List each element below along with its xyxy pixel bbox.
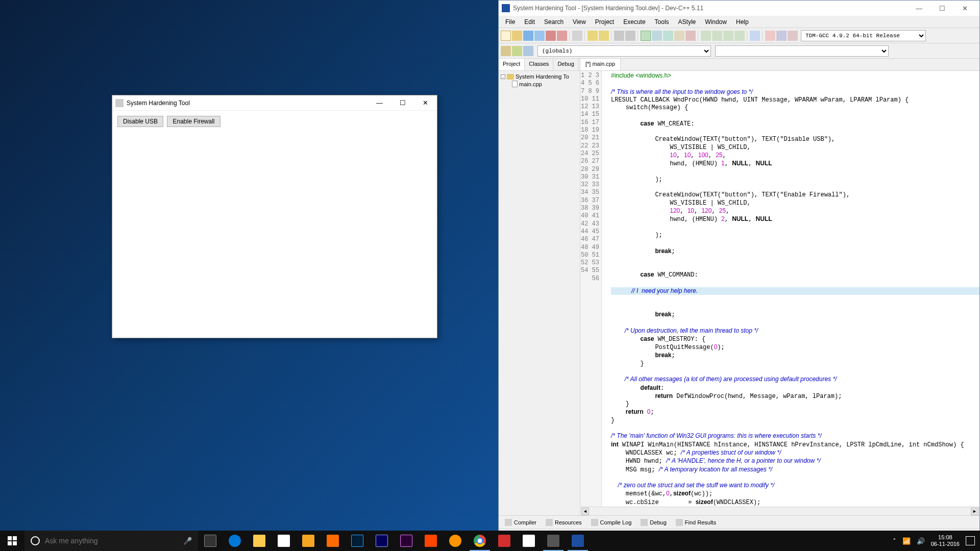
tab-compiler[interactable]: Compiler bbox=[501, 517, 541, 528]
enable-firewall-button[interactable]: Enable Firewall bbox=[167, 116, 220, 127]
tab-project[interactable]: Project bbox=[499, 59, 525, 70]
running-app-icon[interactable] bbox=[541, 531, 566, 551]
clock[interactable]: 15:08 06-11-2016 bbox=[931, 534, 960, 547]
tab-find-results[interactable]: Find Results bbox=[672, 517, 720, 528]
grid-icon[interactable] bbox=[701, 31, 711, 41]
menu-tools[interactable]: Tools bbox=[650, 17, 674, 27]
goto-icon[interactable] bbox=[501, 46, 511, 56]
compile-run-icon[interactable] bbox=[663, 31, 673, 41]
photoshop-icon[interactable] bbox=[345, 531, 370, 551]
search-box[interactable]: 🎤 bbox=[24, 531, 198, 551]
compile-icon[interactable] bbox=[641, 31, 651, 41]
tab-resources[interactable]: Resources bbox=[542, 517, 586, 528]
compiler-select[interactable]: TDM-GCC 4.9.2 64-bit Release bbox=[801, 30, 926, 41]
close-icon[interactable] bbox=[546, 31, 556, 41]
app-icon[interactable] bbox=[321, 531, 345, 551]
globals-select[interactable]: (globals) bbox=[537, 45, 711, 57]
chrome-icon[interactable] bbox=[468, 531, 492, 551]
menu-astyle[interactable]: AStyle bbox=[674, 17, 701, 27]
new-icon[interactable] bbox=[501, 31, 511, 41]
goto-icon[interactable] bbox=[512, 46, 522, 56]
task-view-button[interactable] bbox=[198, 531, 223, 551]
tray-chevron-icon[interactable]: ˄ bbox=[893, 537, 896, 545]
tab-debug[interactable]: Debug bbox=[553, 59, 578, 70]
replace-icon[interactable] bbox=[625, 31, 635, 41]
code-text[interactable]: #include <windows.h> /* This is where al… bbox=[609, 71, 979, 507]
stop-icon[interactable] bbox=[788, 31, 798, 41]
ide-minimize-button[interactable]: — bbox=[908, 1, 930, 15]
volume-icon[interactable]: 🔊 bbox=[917, 537, 925, 545]
ccleaner-icon[interactable] bbox=[492, 531, 517, 551]
ide-toolbar-2: (globals) bbox=[499, 43, 979, 59]
tab-classes[interactable]: Classes bbox=[525, 59, 553, 70]
find-icon[interactable] bbox=[614, 31, 624, 41]
scroll-right-icon[interactable]: ► bbox=[971, 508, 978, 515]
start-button[interactable] bbox=[0, 531, 24, 551]
app-icon[interactable] bbox=[443, 531, 468, 551]
taskbar-apps bbox=[198, 531, 590, 551]
notifications-icon[interactable] bbox=[966, 536, 975, 545]
file-explorer-icon[interactable] bbox=[247, 531, 272, 551]
menu-window[interactable]: Window bbox=[700, 17, 731, 27]
close-button[interactable]: ✕ bbox=[414, 95, 437, 110]
save-icon[interactable] bbox=[523, 31, 533, 41]
ide-titlebar[interactable]: System Hardening Tool - [System Hardenin… bbox=[499, 1, 979, 16]
menu-help[interactable]: Help bbox=[731, 17, 753, 27]
search-input[interactable] bbox=[45, 537, 178, 545]
tab-compile-log[interactable]: Compile Log bbox=[587, 517, 636, 528]
horizontal-scrollbar[interactable]: ◄ ► bbox=[580, 507, 979, 515]
ide-close-button[interactable]: ✕ bbox=[953, 1, 976, 15]
menu-project[interactable]: Project bbox=[591, 17, 619, 27]
code-area[interactable]: 1 2 3 4 5 6 7 8 9 10 11 12 13 14 15 16 1… bbox=[580, 71, 979, 507]
save-all-icon[interactable] bbox=[534, 31, 545, 41]
collapse-icon[interactable]: - bbox=[501, 74, 505, 79]
app-icon[interactable] bbox=[296, 531, 321, 551]
grid-icon[interactable] bbox=[712, 31, 722, 41]
clock-date: 06-11-2016 bbox=[931, 541, 960, 547]
devcpp-taskbar-icon[interactable] bbox=[566, 531, 590, 551]
check-icon[interactable] bbox=[750, 31, 760, 41]
folder-icon bbox=[507, 74, 514, 80]
profile-icon[interactable] bbox=[776, 31, 787, 41]
menu-edit[interactable]: Edit bbox=[520, 17, 540, 27]
tree-root[interactable]: - System Hardening To bbox=[501, 73, 578, 80]
mail-icon[interactable] bbox=[517, 531, 541, 551]
grid-icon[interactable] bbox=[723, 31, 733, 41]
after-effects-icon[interactable] bbox=[370, 531, 394, 551]
tab-debug[interactable]: Debug bbox=[636, 517, 670, 528]
app-icon[interactable] bbox=[419, 531, 443, 551]
tree-file[interactable]: main.cpp bbox=[501, 80, 578, 88]
maximize-button[interactable]: ☐ bbox=[391, 95, 414, 110]
premiere-icon[interactable] bbox=[394, 531, 419, 551]
menu-view[interactable]: View bbox=[568, 17, 591, 27]
app-titlebar[interactable]: System Hardening Tool — ☐ ✕ bbox=[112, 95, 437, 111]
log-icon bbox=[591, 519, 598, 526]
close-all-icon[interactable] bbox=[557, 31, 567, 41]
menu-search[interactable]: Search bbox=[540, 17, 568, 27]
print-icon[interactable] bbox=[572, 31, 582, 41]
store-icon[interactable] bbox=[272, 531, 296, 551]
file-tab-main[interactable]: [*] main.cpp bbox=[580, 59, 621, 70]
redo-icon[interactable] bbox=[599, 31, 609, 41]
edge-icon[interactable] bbox=[223, 531, 247, 551]
rebuild-icon[interactable] bbox=[674, 31, 684, 41]
function-select[interactable] bbox=[715, 45, 889, 57]
undo-icon[interactable] bbox=[587, 31, 598, 41]
grid-icon[interactable] bbox=[734, 31, 745, 41]
menu-file[interactable]: File bbox=[501, 17, 520, 27]
scroll-left-icon[interactable]: ◄ bbox=[581, 508, 589, 515]
menu-execute[interactable]: Execute bbox=[619, 17, 650, 27]
minimize-button[interactable]: — bbox=[368, 95, 391, 110]
open-icon[interactable] bbox=[512, 31, 522, 41]
run-icon[interactable] bbox=[652, 31, 662, 41]
debug-icon[interactable] bbox=[685, 31, 696, 41]
microphone-icon[interactable]: 🎤 bbox=[183, 537, 192, 545]
wifi-icon[interactable]: 📶 bbox=[902, 537, 911, 545]
clock-time: 15:08 bbox=[931, 534, 960, 541]
disable-usb-button[interactable]: Disable USB bbox=[117, 116, 163, 127]
tree-file-label: main.cpp bbox=[519, 81, 542, 87]
goto-icon[interactable] bbox=[523, 46, 533, 56]
delete-icon[interactable] bbox=[765, 31, 775, 41]
ide-maximize-button[interactable]: ☐ bbox=[930, 1, 953, 15]
separator-icon bbox=[698, 31, 699, 41]
